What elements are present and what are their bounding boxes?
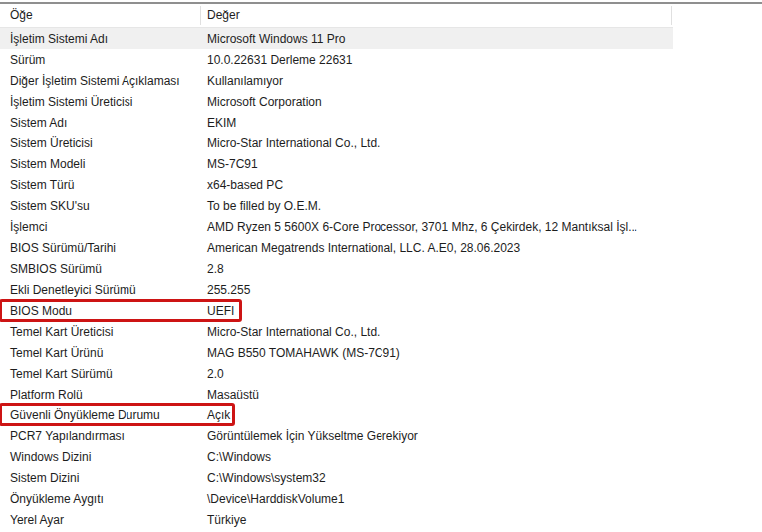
row-value: C:\Windows [201,450,672,464]
row-label: Sistem Adı [0,116,201,130]
row-value: MS-7C91 [201,157,672,171]
row-label: SMBIOS Sürümü [0,262,201,276]
row-label: Sistem Türü [0,178,201,192]
row-label: Temel Kart Üreticisi [0,325,201,339]
row-value: Microsoft Corporation [201,95,672,109]
row-value: 2.0 [201,367,672,381]
table-row[interactable]: Temel Kart Sürümü 2.0 [0,363,673,384]
table-row[interactable]: Temel Kart Üreticisi Micro-Star Internat… [0,321,673,342]
table-row[interactable]: İşletim Sistemi Üreticisi Microsoft Corp… [0,91,673,112]
column-header-value-label: Değer [207,8,240,22]
row-label: Önyükleme Aygıtı [0,492,201,506]
table-row[interactable]: İşlemci AMD Ryzen 5 5600X 6-Core Process… [0,216,673,237]
table-row[interactable]: Sistem SKU'su To be filled by O.E.M. [0,195,673,216]
row-value: Açık [201,408,672,422]
table-row[interactable]: Önyükleme Aygıtı \Device\HarddiskVolume1 [0,488,673,509]
row-value: Microsoft Windows 11 Pro [201,32,672,46]
row-value: EKIM [201,116,672,130]
system-info-pane: Öğe Değer İşletim Sistemi Adı Microsoft … [0,0,762,532]
row-value: Türkiye [201,513,672,527]
row-value: MAG B550 TOMAHAWK (MS-7C91) [201,346,672,360]
table-header: Öğe Değer [0,4,673,28]
row-value: Micro-Star International Co., Ltd. [201,136,672,150]
table-row[interactable]: SMBIOS Sürümü 2.8 [0,258,673,279]
row-value: UEFI [201,304,672,318]
column-header-item[interactable]: Öğe [0,6,201,25]
table-row[interactable]: Sistem Üreticisi Micro-Star Internationa… [0,133,673,153]
row-value: AMD Ryzen 5 5600X 6-Core Processor, 3701… [201,220,672,234]
row-value: Kullanılamıyor [201,74,672,88]
table-row[interactable]: Sürüm 10.0.22631 Derleme 22631 [0,49,673,70]
row-label: Güvenli Önyükleme Durumu [0,408,201,422]
row-label: Temel Kart Ürünü [0,346,201,360]
row-value: \Device\HarddiskVolume1 [201,492,672,506]
row-label: Ekli Denetleyici Sürümü [0,283,201,297]
table-row[interactable]: BIOS Sürümü/Tarihi American Megatrends I… [0,237,673,258]
row-value: Masaüstü [201,388,672,401]
row-label: Sürüm [0,53,201,67]
table-row[interactable]: Diğer İşletim Sistemi Açıklaması Kullanı… [0,70,673,91]
row-label: Sistem SKU'su [0,199,201,213]
table-row[interactable]: Sistem Türü x64-based PC [0,174,673,195]
table-row[interactable]: Platform Rolü Masaüstü [0,384,673,404]
table-row[interactable]: Sistem Modeli MS-7C91 [0,153,673,174]
row-value: C:\Windows\system32 [201,471,672,485]
table-row[interactable]: Temel Kart Ürünü MAG B550 TOMAHAWK (MS-7… [0,342,673,363]
row-value: 255.255 [201,283,672,297]
row-value: Görüntülemek İçin Yükseltme Gerekiyor [201,429,672,443]
row-label: Sistem Modeli [0,157,201,171]
table-row[interactable]: İşletim Sistemi Adı Microsoft Windows 11… [0,28,673,49]
table-row[interactable]: Sistem Adı EKIM [0,112,673,133]
row-label: Windows Dizini [0,450,201,464]
table-row[interactable]: PCR7 Yapılandırması Görüntülemek İçin Yü… [0,425,673,446]
table-row[interactable]: Ekli Denetleyici Sürümü 255.255 [0,279,673,300]
row-value: x64-based PC [201,178,672,192]
row-value: 10.0.22631 Derleme 22631 [201,53,672,67]
table-row[interactable]: Güvenli Önyükleme Durumu Açık [0,404,673,425]
row-label: PCR7 Yapılandırması [0,429,201,443]
row-label: Yerel Ayar [0,513,201,527]
row-value: 2.8 [201,262,672,276]
row-label: Platform Rolü [0,388,201,401]
table-body: İşletim Sistemi Adı Microsoft Windows 11… [0,28,673,530]
table-row[interactable]: Sistem Dizini C:\Windows\system32 [0,467,673,488]
row-label: BIOS Modu [0,304,201,318]
row-value: To be filled by O.E.M. [201,199,672,213]
row-label: İşletim Sistemi Üreticisi [0,95,201,109]
row-label: Sistem Dizini [0,471,201,485]
row-value: Micro-Star International Co., Ltd. [201,325,672,339]
table-row[interactable]: BIOS Modu UEFI [0,300,673,321]
row-label: Diğer İşletim Sistemi Açıklaması [0,74,201,88]
row-label: İşletim Sistemi Adı [0,32,201,46]
row-label: BIOS Sürümü/Tarihi [0,241,201,255]
table-row[interactable]: Windows Dizini C:\Windows [0,446,673,467]
row-label: Sistem Üreticisi [0,136,201,150]
column-header-item-label: Öğe [10,8,33,22]
table-row[interactable]: Yerel Ayar Türkiye [0,509,673,530]
column-header-value[interactable]: Değer [201,6,672,25]
row-label: İşlemci [0,220,201,234]
row-value: American Megatrends International, LLC. … [201,241,672,255]
row-label: Temel Kart Sürümü [0,367,201,381]
